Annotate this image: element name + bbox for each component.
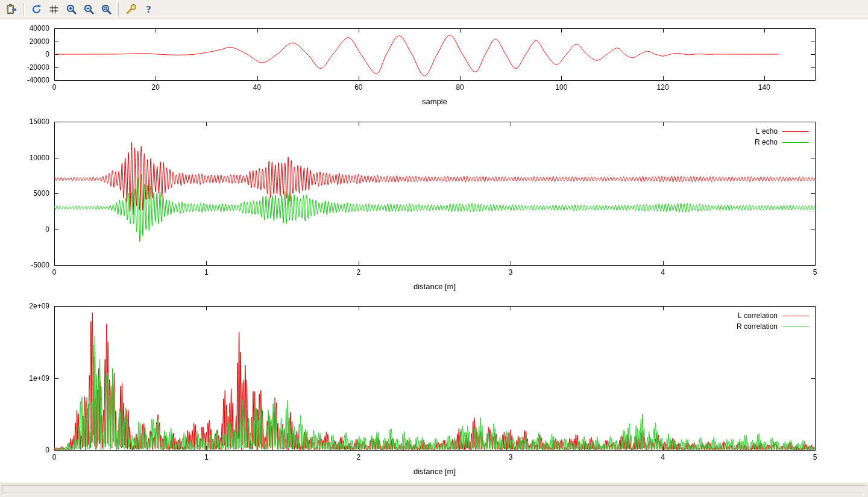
zoom-in-icon [66,4,77,15]
zoom-out-button[interactable] [81,1,97,17]
toolbar-separator [24,3,25,16]
toolbar: ? [0,0,868,19]
correlation-chart[interactable] [0,297,868,482]
copy-button[interactable] [4,1,20,17]
replot-button[interactable] [28,1,45,17]
status-text [2,485,866,495]
zoom-reset-icon [101,4,112,15]
help-icon: ? [146,4,151,16]
grid-icon [48,4,60,15]
grid-button[interactable] [46,1,62,17]
zoom-reset-button[interactable] [98,1,115,17]
waveform-chart[interactable] [0,19,868,116]
echo-chart[interactable] [0,116,868,297]
refresh-icon [31,4,42,15]
zoom-out-icon [83,4,95,15]
help-button[interactable]: ? [140,1,157,17]
gnuplot-window: ? [0,0,868,497]
clipboard-icon [6,4,17,15]
toolbar-separator [118,3,119,16]
plot-area [0,19,868,482]
status-bar [0,482,868,497]
wrench-icon [125,4,137,15]
config-button[interactable] [123,1,139,17]
zoom-in-button[interactable] [63,1,80,17]
